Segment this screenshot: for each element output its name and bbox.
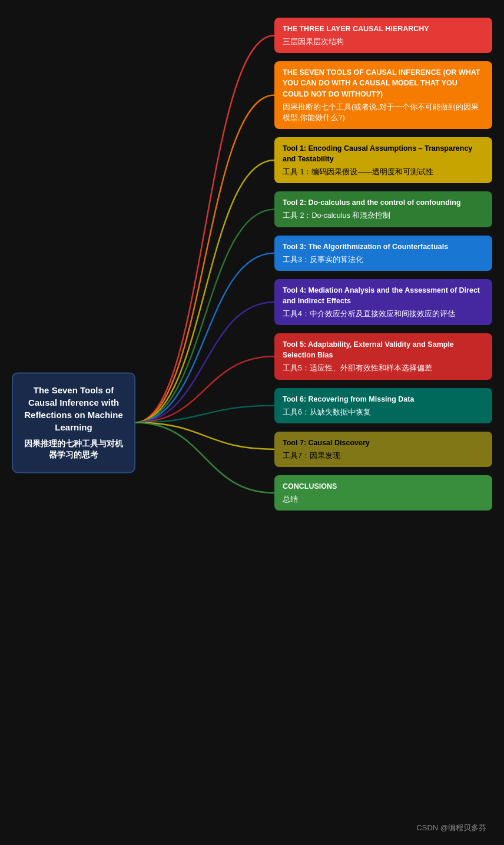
branch-tool7: Tool 7: Causal Discovery工具7：因果发现 <box>274 432 492 467</box>
branch-en-tool1: Tool 1: Encoding Causal Assumptions – Tr… <box>283 143 484 164</box>
branch-en-three-layer: THE THREE LAYER CAUSAL HIERARCHY <box>283 24 484 34</box>
branch-en-conclusions: CONCLUSIONS <box>283 481 484 492</box>
branch-zh-conclusions: 总结 <box>283 494 484 505</box>
branch-zh-seven-tools: 因果推断的七个工具(或者说,对于一个你不可能做到的因果模型,你能做什么?) <box>283 102 484 123</box>
central-title-en: The Seven Tools of Causal Inference with… <box>21 384 126 433</box>
branch-conclusions: CONCLUSIONS总结 <box>274 475 492 511</box>
branch-en-tool4: Tool 4: Mediation Analysis and the Asses… <box>283 285 484 306</box>
branches-container: THE THREE LAYER CAUSAL HIERARCHY三层因果层次结构… <box>274 18 492 511</box>
central-node: The Seven Tools of Causal Inference with… <box>12 372 135 473</box>
branch-en-seven-tools: THE SEVEN TOOLS OF CAUSAL INFERENCE (OR … <box>283 67 484 99</box>
branch-en-tool5: Tool 5: Adaptability, External Validity … <box>283 339 484 360</box>
page-container: The Seven Tools of Causal Inference with… <box>0 0 504 845</box>
branch-en-tool3: Tool 3: The Algorithmization of Counterf… <box>283 241 484 252</box>
branch-three-layer: THE THREE LAYER CAUSAL HIERARCHY三层因果层次结构 <box>274 18 492 53</box>
branch-seven-tools: THE SEVEN TOOLS OF CAUSAL INFERENCE (OR … <box>274 61 492 129</box>
central-title-zh: 因果推理的七种工具与对机器学习的思考 <box>21 438 126 461</box>
branch-tool5: Tool 5: Adaptability, External Validity … <box>274 333 492 379</box>
branch-en-tool2: Tool 2: Do-calculus and the control of c… <box>283 197 484 208</box>
branch-zh-tool3: 工具3：反事实的算法化 <box>283 254 484 265</box>
branch-en-tool7: Tool 7: Causal Discovery <box>283 438 484 448</box>
branch-en-tool6: Tool 6: Recovering from Missing Data <box>283 394 484 405</box>
branch-tool3: Tool 3: The Algorithmization of Counterf… <box>274 236 492 271</box>
branch-zh-tool1: 工具 1：编码因果假设——透明度和可测试性 <box>283 167 484 177</box>
branch-tool6: Tool 6: Recovering from Missing Data工具6：… <box>274 388 492 423</box>
branch-tool1: Tool 1: Encoding Causal Assumptions – Tr… <box>274 137 492 183</box>
branch-zh-tool5: 工具5：适应性、外部有效性和样本选择偏差 <box>283 363 484 373</box>
branch-zh-tool7: 工具7：因果发现 <box>283 450 484 461</box>
branch-tool2: Tool 2: Do-calculus and the control of c… <box>274 191 492 227</box>
branch-zh-tool4: 工具4：中介效应分析及直接效应和间接效应的评估 <box>283 309 484 319</box>
watermark: CSDN @编程贝多芬 <box>416 823 486 833</box>
branch-zh-three-layer: 三层因果层次结构 <box>283 37 484 47</box>
branch-zh-tool2: 工具 2：Do-calculus 和混杂控制 <box>283 210 484 221</box>
branch-zh-tool6: 工具6：从缺失数据中恢复 <box>283 407 484 417</box>
branch-tool4: Tool 4: Mediation Analysis and the Asses… <box>274 279 492 325</box>
